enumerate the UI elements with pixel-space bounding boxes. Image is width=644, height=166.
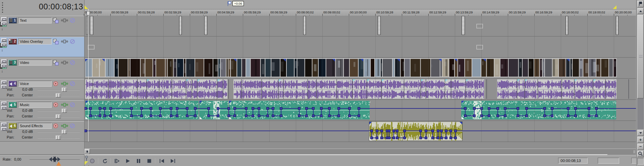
zoom-out-button[interactable]: −	[637, 144, 644, 150]
vscroll-thumb[interactable]	[637, 15, 644, 98]
track-name-box[interactable]: Video Overlay	[18, 38, 52, 45]
track-header-music[interactable]: 5Music!Vol:0,0 dBPan:Center	[0, 100, 84, 120]
transport-pause-button[interactable]	[134, 157, 143, 165]
track-header-voice[interactable]: 4Voice!Vol:0,0 dBPan:Center	[0, 79, 84, 99]
timecode-display[interactable]: 00:00:08;13	[7, 2, 83, 13]
zoom-tool-button[interactable]	[637, 151, 644, 157]
track-name-box[interactable]: Video	[18, 60, 52, 66]
track-minimize-button[interactable]	[1, 17, 7, 21]
make-compositing-child-icon[interactable]: ↓	[0, 69, 4, 74]
bus-icon[interactable]	[61, 123, 68, 129]
make-compositing-child-icon[interactable]: ↓	[0, 48, 4, 53]
text-event-clip[interactable]	[462, 16, 465, 35]
track-icon[interactable]: 6	[8, 123, 17, 129]
transport-play-button[interactable]	[123, 157, 132, 165]
cursor-position-field[interactable]: 00:00:08;13	[558, 158, 588, 164]
track-name-box[interactable]: Sound Effects	[18, 123, 52, 129]
horizontal-scrollbar[interactable]: +	[85, 149, 636, 155]
music-events-canvas[interactable]	[85, 100, 636, 120]
transport-go-to-start-button[interactable]	[158, 157, 166, 165]
ghost-film-event[interactable]	[476, 24, 483, 28]
track-icon[interactable]: 3	[8, 60, 17, 66]
warning-icon[interactable]	[56, 162, 61, 166]
text-event-clip[interactable]	[616, 16, 619, 35]
record-arm-icon[interactable]	[53, 102, 59, 108]
zoom-in-track-height-button[interactable]: +	[637, 137, 644, 143]
track-icon[interactable]: 1	[8, 17, 17, 23]
record-arm-icon[interactable]	[53, 81, 59, 87]
track-restore-button[interactable]	[1, 85, 7, 89]
track-minimize-button[interactable]	[1, 59, 7, 63]
bus-icon[interactable]	[61, 60, 68, 66]
track-icon[interactable]: 4	[8, 81, 17, 87]
transport-loop-button[interactable]	[101, 157, 109, 165]
track-header-text[interactable]: 1Text!α↓	[0, 16, 84, 36]
volume-slider-thumb[interactable]	[62, 109, 67, 113]
track-minimize-button[interactable]	[1, 122, 7, 127]
volume-slider-track[interactable]	[38, 90, 80, 90]
playhead-handle[interactable]	[87, 11, 90, 15]
compositing-mode-icon[interactable]	[53, 60, 59, 66]
ghost-film-event[interactable]	[476, 45, 483, 50]
bus-icon[interactable]	[61, 39, 68, 45]
mute-icon[interactable]	[70, 39, 75, 45]
text-event-clip[interactable]	[86, 16, 88, 35]
mute-icon[interactable]	[70, 81, 75, 87]
volume-slider-track[interactable]	[38, 111, 80, 111]
vscroll-down-button[interactable]	[637, 130, 644, 136]
mute-icon[interactable]	[70, 123, 75, 129]
track-header-sound-effects[interactable]: 6Sound Effects!Vol:0,0 dBPan:Center	[0, 121, 84, 142]
text-event-clip[interactable]	[566, 16, 568, 35]
volume-slider-track[interactable]	[38, 132, 80, 133]
track-header-video[interactable]: 3Video!α↓	[0, 58, 84, 78]
volume-slider-thumb[interactable]	[62, 88, 67, 92]
bus-icon[interactable]	[61, 81, 68, 87]
time-ruler[interactable]: 00:00:00;0000:00:59;2800:01:59;2800:02:5…	[85, 9, 636, 16]
record-arm-icon[interactable]	[53, 123, 59, 129]
bus-icon[interactable]	[61, 18, 68, 23]
ghost-film-event[interactable]	[88, 45, 95, 50]
transport-record-button[interactable]	[88, 157, 97, 165]
track-name-box[interactable]: Music	[18, 102, 52, 108]
track-restore-button[interactable]	[1, 106, 7, 110]
track-header-video-overlay[interactable]: 2Video Overlay!α↓	[0, 37, 84, 57]
compositing-mode-icon[interactable]	[53, 39, 59, 45]
mute-icon[interactable]	[70, 60, 75, 66]
track-restore-button[interactable]	[1, 127, 7, 131]
video-events-canvas[interactable]	[85, 58, 636, 78]
track-minimize-button[interactable]	[1, 101, 7, 105]
make-compositing-child-icon[interactable]: ↓	[0, 27, 4, 31]
track-minimize-button[interactable]	[1, 38, 7, 42]
marker-offset-label[interactable]: +0;06	[232, 1, 244, 6]
text-event-clip[interactable]	[303, 16, 306, 35]
transport-stop-button[interactable]	[145, 157, 154, 165]
track-restore-button[interactable]	[1, 21, 7, 25]
compositing-mode-icon[interactable]	[53, 18, 59, 23]
marker-bar[interactable]: +0;06	[85, 0, 636, 9]
volume-slider-thumb[interactable]	[62, 130, 67, 134]
voice-events-canvas[interactable]	[85, 79, 636, 99]
track-name-box[interactable]: Text	[18, 17, 52, 23]
transport-play-from-start-button[interactable]	[113, 157, 121, 165]
transport-go-to-end-button[interactable]	[168, 157, 177, 165]
track-name-box[interactable]: Voice	[18, 81, 52, 87]
track-minimize-button[interactable]	[1, 80, 7, 84]
track-icon[interactable]: 2	[8, 38, 17, 45]
text-event-clip[interactable]	[179, 16, 182, 35]
sound-effects-events-canvas[interactable]	[85, 121, 636, 142]
pan-slider-thumb[interactable]	[56, 93, 61, 97]
pan-slider-thumb[interactable]	[56, 114, 61, 118]
text-event-clip[interactable]	[204, 16, 207, 35]
track-icon[interactable]: 5	[8, 102, 17, 108]
loop-region-start-marker[interactable]	[85, 5, 88, 9]
loop-region-end-marker[interactable]	[613, 5, 616, 9]
text-event-clip[interactable]	[378, 16, 381, 35]
marker-tool-button[interactable]	[637, 1, 644, 7]
vscroll-up-button[interactable]	[637, 8, 644, 14]
text-event-clip[interactable]	[90, 16, 93, 35]
track-restore-button[interactable]	[1, 64, 7, 68]
marker-flag-icon[interactable]	[228, 1, 232, 6]
bus-icon[interactable]	[61, 102, 68, 108]
selection-start-field[interactable]	[598, 158, 619, 164]
mute-icon[interactable]	[70, 102, 75, 108]
